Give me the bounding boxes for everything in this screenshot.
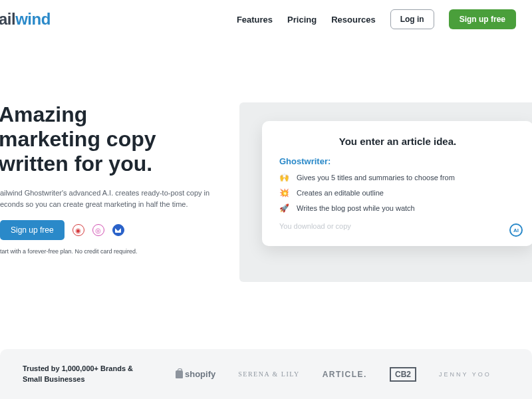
signup-header-button[interactable]: Sign up free <box>449 9 516 29</box>
partner-jenny: JENNY YOO <box>439 371 491 378</box>
demo-feature-item: 🙌 Gives you 5 titles and summaries to ch… <box>279 173 516 182</box>
main-nav: Features Pricing Resources Log in Sign u… <box>237 9 516 29</box>
demo-panel: You enter an article idea. Ghostwriter: … <box>239 102 532 282</box>
hero-copy: Amazing marketing copy written for you. … <box>0 102 226 255</box>
nav-resources[interactable]: Resources <box>331 15 375 25</box>
demo-feature-list: 🙌 Gives you 5 titles and summaries to ch… <box>279 173 516 213</box>
demo-feature-item: 💥 Creates an editable outline <box>279 188 516 198</box>
nav-pricing[interactable]: Pricing <box>287 15 317 25</box>
nav-features[interactable]: Features <box>237 15 273 25</box>
trusted-label: Trusted by 1,000,000+ Brands & Small Bus… <box>23 364 149 384</box>
demo-feature-text: Creates an editable outline <box>297 189 384 197</box>
partner-article: ARTICLE. <box>323 370 367 379</box>
partner-cb2: CB2 <box>390 367 416 382</box>
login-button[interactable]: Log in <box>390 9 434 29</box>
partner-shopify: shopify <box>176 369 215 379</box>
pinterest-icon[interactable]: ◉ <box>72 224 84 236</box>
brand-logo[interactable]: ailwind <box>0 10 51 29</box>
partner-shopify-text: shopify <box>185 369 215 379</box>
signup-hero-button[interactable]: Sign up free <box>0 220 65 240</box>
partner-logos: shopify SERENA & LILY ARTICLE. CB2 JENNY… <box>176 367 491 382</box>
brand-logo-part2: w <box>15 10 27 29</box>
header: ailwind Features Pricing Resources Log i… <box>0 0 532 39</box>
hands-emoji-icon: 🙌 <box>279 173 289 182</box>
trusted-strip: Trusted by 1,000,000+ Brands & Small Bus… <box>0 349 532 399</box>
brand-logo-part1: ail <box>0 10 15 29</box>
demo-feature-text: Gives you 5 titles and summaries to choo… <box>297 174 455 182</box>
demo-heading: You enter an article idea. <box>279 136 516 147</box>
brand-logo-part3: ind <box>27 10 51 29</box>
hero-subtitle: ailwind Ghostwriter's advanced A.I. crea… <box>0 188 213 209</box>
shopify-bag-icon <box>176 370 183 378</box>
hero-title: Amazing marketing copy written for you. <box>0 102 226 176</box>
hero-title-line1: Amazing <box>0 102 87 126</box>
instagram-icon[interactable]: ◎ <box>92 224 104 236</box>
email-icon[interactable] <box>112 224 124 236</box>
ai-badge-icon[interactable]: AI <box>509 223 523 237</box>
collision-emoji-icon: 💥 <box>279 188 289 198</box>
hero-title-line2: marketing copy <box>0 127 156 151</box>
demo-feature-item: 🚀 Writes the blog post while you watch <box>279 203 516 213</box>
partner-serena: SERENA & LILY <box>238 370 299 378</box>
demo-card: You enter an article idea. Ghostwriter: … <box>262 121 532 246</box>
hero-fineprint: tart with a forever-free plan. No credit… <box>0 248 226 255</box>
hero-title-line3: written for you. <box>0 152 152 176</box>
hero-cta-row: Sign up free ◉ ◎ <box>0 220 226 240</box>
hero-section: Amazing marketing copy written for you. … <box>0 39 532 282</box>
demo-next-step-faded: You download or copy <box>279 222 516 230</box>
rocket-emoji-icon: 🚀 <box>279 203 289 213</box>
demo-writer-label: Ghostwriter: <box>279 156 516 166</box>
demo-feature-text: Writes the blog post while you watch <box>297 204 415 212</box>
